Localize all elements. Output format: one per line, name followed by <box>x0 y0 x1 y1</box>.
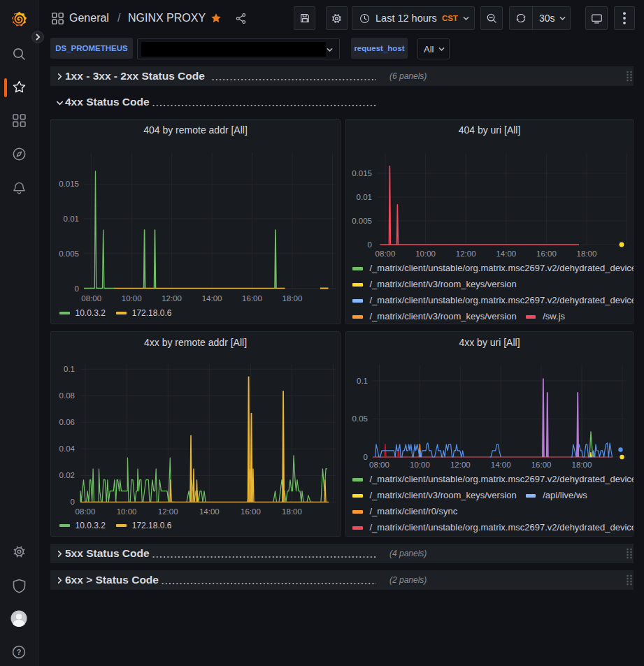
svg-text:?: ? <box>16 648 21 656</box>
svg-text:12:00: 12:00 <box>162 294 182 303</box>
svg-text:0.015: 0.015 <box>59 180 79 188</box>
svg-text:18:00: 18:00 <box>577 249 597 258</box>
svg-text:14:00: 14:00 <box>199 507 220 516</box>
svg-text:08:00: 08:00 <box>76 507 96 516</box>
svg-text:08:00: 08:00 <box>375 249 396 258</box>
svg-text:0.04: 0.04 <box>59 444 76 453</box>
svg-text:14:00: 14:00 <box>491 461 511 469</box>
svg-text:0.01: 0.01 <box>64 215 79 223</box>
svg-text:0: 0 <box>75 284 79 293</box>
svg-text:10:00: 10:00 <box>122 294 142 303</box>
svg-text:08:00: 08:00 <box>369 461 389 469</box>
svg-text:14:00: 14:00 <box>496 249 516 258</box>
svg-text:18:00: 18:00 <box>282 294 303 303</box>
svg-text:0.01: 0.01 <box>357 193 372 201</box>
svg-text:0.1: 0.1 <box>357 377 368 385</box>
svg-text:0.005: 0.005 <box>59 249 79 258</box>
svg-text:0: 0 <box>364 453 368 461</box>
svg-text:0.08: 0.08 <box>59 391 75 400</box>
svg-text:0.005: 0.005 <box>352 217 372 225</box>
svg-text:10:00: 10:00 <box>117 507 137 516</box>
svg-text:16:00: 16:00 <box>531 461 552 469</box>
svg-text:10:00: 10:00 <box>415 249 436 258</box>
svg-text:16:00: 16:00 <box>536 249 557 258</box>
svg-text:12:00: 12:00 <box>450 461 471 469</box>
svg-text:0.1: 0.1 <box>64 365 75 373</box>
svg-text:08:00: 08:00 <box>81 294 101 303</box>
svg-text:18:00: 18:00 <box>282 507 302 516</box>
svg-text:12:00: 12:00 <box>158 507 178 516</box>
svg-text:10:00: 10:00 <box>410 461 430 469</box>
svg-text:18:00: 18:00 <box>572 461 592 469</box>
svg-text:16:00: 16:00 <box>241 507 261 516</box>
svg-text:0.015: 0.015 <box>352 169 372 178</box>
svg-text:0.05: 0.05 <box>352 414 368 423</box>
svg-text:12:00: 12:00 <box>456 249 476 258</box>
svg-text:0: 0 <box>368 240 372 249</box>
svg-text:0.06: 0.06 <box>59 418 75 426</box>
svg-text:0.02: 0.02 <box>59 471 75 479</box>
svg-text:14:00: 14:00 <box>202 294 222 303</box>
svg-text:16:00: 16:00 <box>242 294 262 303</box>
svg-text:0: 0 <box>71 498 75 506</box>
